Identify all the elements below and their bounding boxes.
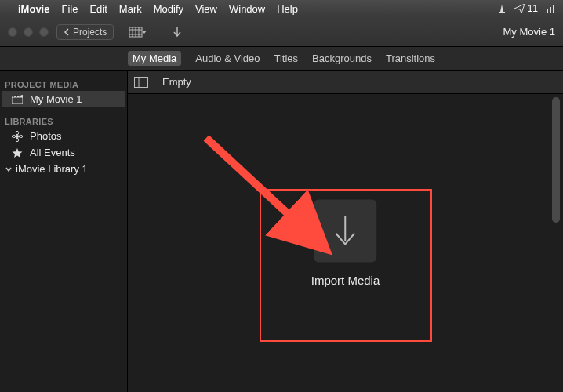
tab-my-media[interactable]: My Media <box>128 51 181 66</box>
import-media-dropzone[interactable]: Import Media <box>311 200 380 287</box>
chevron-left-icon <box>64 28 70 36</box>
browser-toolbar: Empty <box>128 71 563 94</box>
clapperboard-icon <box>11 95 24 104</box>
macos-menubar: iMovie File Edit Mark Modify View Window… <box>0 0 563 17</box>
sidebar-item-all-events[interactable]: All Events <box>0 144 127 161</box>
sidebar-item-photos[interactable]: Photos <box>0 128 127 144</box>
status-paper-plane-icon[interactable]: 11 <box>514 3 538 14</box>
tab-audio-video[interactable]: Audio & Video <box>195 53 260 64</box>
filmstrip-settings-icon[interactable] <box>129 26 148 38</box>
import-media-label: Import Media <box>311 274 380 287</box>
svg-rect-1 <box>547 9 548 13</box>
svg-point-17 <box>16 138 18 142</box>
section-project-media: PROJECT MEDIA <box>0 77 127 91</box>
svg-point-18 <box>12 135 16 137</box>
menu-view[interactable]: View <box>195 3 217 15</box>
svg-rect-20 <box>134 77 147 87</box>
svg-point-16 <box>16 131 18 135</box>
scrollbar-thumb[interactable] <box>552 97 560 223</box>
minimize-dot[interactable] <box>24 27 33 37</box>
svg-rect-3 <box>553 5 554 13</box>
menu-file[interactable]: File <box>61 3 78 15</box>
svg-point-19 <box>19 135 23 137</box>
menu-modify[interactable]: Modify <box>154 3 183 15</box>
menu-help[interactable]: Help <box>277 3 298 15</box>
vertical-scrollbar[interactable] <box>550 97 561 389</box>
menu-window[interactable]: Window <box>229 3 265 15</box>
media-browser-canvas[interactable]: Import Media <box>128 94 563 392</box>
section-libraries: LIBRARIES <box>0 114 127 128</box>
sidebar-item-label: All Events <box>30 147 75 158</box>
main-panel: Empty Import Media <box>128 71 563 392</box>
import-media-icon <box>314 200 376 263</box>
sidebar-toggle-button[interactable] <box>128 71 154 93</box>
library-tabbar: My Media Audio & Video Titles Background… <box>0 47 563 71</box>
window-title: My Movie 1 <box>503 26 555 38</box>
sidebar-item-label: My Movie 1 <box>30 93 82 105</box>
svg-point-15 <box>16 135 19 138</box>
chevron-down-icon <box>5 165 13 173</box>
zoom-dot[interactable] <box>39 27 49 37</box>
menubar-app-name[interactable]: iMovie <box>18 3 49 15</box>
projects-back-button[interactable]: Projects <box>56 24 114 40</box>
window-traffic-lights[interactable] <box>8 27 49 37</box>
sidebar: PROJECT MEDIA My Movie 1 LIBRARIES Photo… <box>0 71 128 392</box>
sidebar-item-my-movie[interactable]: My Movie 1 <box>2 91 125 107</box>
window-titlebar: Projects My Movie 1 <box>0 17 563 47</box>
status-count: 11 <box>528 3 538 14</box>
star-icon <box>11 147 24 158</box>
vlc-cone-icon[interactable] <box>497 4 507 13</box>
import-arrow-icon[interactable] <box>172 26 183 38</box>
photos-flower-icon <box>11 131 24 142</box>
menu-edit[interactable]: Edit <box>89 3 107 15</box>
tab-transitions[interactable]: Transitions <box>386 53 435 64</box>
menu-mark[interactable]: Mark <box>119 3 142 15</box>
imovie-window: Projects My Movie 1 My Media Audio & Vid… <box>0 17 563 392</box>
close-dot[interactable] <box>8 27 17 37</box>
svg-rect-0 <box>499 12 505 13</box>
projects-label: Projects <box>73 27 107 38</box>
tab-backgrounds[interactable]: Backgrounds <box>312 53 372 64</box>
svg-rect-2 <box>550 7 551 13</box>
svg-rect-11 <box>12 97 23 104</box>
browser-status: Empty <box>154 76 191 88</box>
status-bars-icon[interactable] <box>546 4 557 13</box>
sidebar-item-label: Photos <box>30 130 61 142</box>
sidebar-item-imovie-library[interactable]: iMovie Library 1 <box>0 161 127 177</box>
tab-titles[interactable]: Titles <box>274 53 298 64</box>
sidebar-item-label: iMovie Library 1 <box>16 163 88 175</box>
